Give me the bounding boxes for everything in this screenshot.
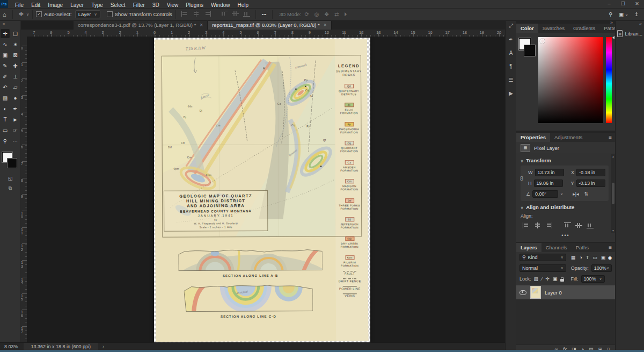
move-tool[interactable]: ✛ — [1, 29, 10, 38]
color-tab-swatches[interactable]: Swatches — [538, 24, 569, 33]
align-right-icon[interactable] — [543, 221, 554, 231]
crop-tool[interactable]: ▣ — [1, 51, 10, 60]
align-bottom-icon[interactable] — [241, 11, 252, 18]
document-tab-2[interactable]: reports11_maps.tif @ 8.03% (Layer 0, RGB… — [208, 20, 331, 30]
align-left-icon[interactable] — [179, 11, 191, 18]
paragraph-panel-icon[interactable]: ¶ — [509, 63, 512, 69]
slide-3d-icon[interactable]: ⇄ — [334, 11, 339, 18]
auto-select-dropdown[interactable]: Layer ∨ — [75, 10, 100, 18]
opacity-select[interactable]: 100% ∨ — [591, 264, 612, 272]
more-options-icon[interactable]: ••• — [259, 12, 269, 17]
auto-select-checkbox[interactable]: ✓ — [36, 11, 42, 17]
magic-wand-tool[interactable]: ∗ — [11, 40, 20, 49]
layer-row[interactable]: Layer 0 — [516, 285, 615, 299]
background-color-swatch[interactable] — [524, 45, 536, 56]
glyphs-panel-icon[interactable]: ☰ — [509, 77, 514, 83]
eraser-tool[interactable]: ▱ — [11, 83, 20, 92]
align-middle-icon[interactable] — [573, 221, 584, 231]
healing-brush-tool[interactable]: ✚ — [11, 61, 20, 70]
more-tools[interactable]: ⋯ — [11, 137, 20, 146]
share-icon[interactable]: ↥ — [634, 11, 639, 17]
layers-tab-layers[interactable]: Layers — [516, 243, 541, 252]
filter-pin-icon[interactable]: ⬤ — [608, 256, 612, 260]
lasso-tool[interactable]: ∿ — [1, 40, 10, 49]
shape-tool[interactable]: ▭ — [1, 126, 10, 135]
align-section-header[interactable]: ∨Align and Distribute — [516, 201, 615, 211]
canvas-area[interactable]: T.1S R.11W B€dcDjDjCmCdDtf€pm€pmCmCqPpCq… — [27, 37, 505, 342]
color-tab-gradients[interactable]: Gradients — [569, 24, 599, 33]
properties-tab-properties[interactable]: Properties — [516, 133, 550, 142]
layer-filter-box[interactable]: ⚲ Kind ∨ — [519, 254, 566, 261]
expand-libraries-icon[interactable]: « — [616, 20, 644, 27]
actions-panel-icon[interactable]: ▶ — [509, 90, 513, 96]
vertical-ruler[interactable]: 01234567891 01 11 21 31 41 51 61 7 — [20, 37, 27, 342]
tab-close-icon[interactable]: × — [324, 22, 327, 28]
lock-all-icon[interactable] — [560, 279, 564, 282]
align-center-horizontal-icon[interactable] — [191, 11, 202, 18]
fill-select[interactable]: 100% ∨ — [581, 275, 605, 283]
filter-shape-icon[interactable]: ▭ — [592, 255, 597, 260]
menu-window[interactable]: Window — [207, 2, 234, 8]
lock-move-icon[interactable]: ✛ — [546, 276, 550, 282]
chevron-down-icon[interactable]: ∨ — [560, 192, 563, 196]
menu-help[interactable]: Help — [234, 2, 253, 8]
properties-scrollbar[interactable]: ▲ ▼ — [611, 154, 615, 233]
align-center-horizontal-icon[interactable] — [532, 221, 543, 231]
toolbar-collapse-icon[interactable]: » — [0, 20, 20, 28]
clone-stamp-tool[interactable]: ⊥ — [11, 72, 20, 81]
filter-adjustment-icon[interactable]: ◑ — [579, 255, 582, 260]
layer-name[interactable]: Layer 0 — [545, 290, 562, 296]
menu-3d[interactable]: 3D — [149, 2, 163, 8]
align-middle-icon[interactable] — [230, 11, 241, 18]
drag-3d-icon[interactable]: ✥ — [325, 11, 329, 18]
scrollbar-thumb[interactable] — [612, 183, 614, 204]
dodge-tool[interactable]: ◐ — [1, 104, 10, 113]
lock-paint-icon[interactable]: ∕ — [541, 276, 543, 282]
document-view[interactable]: T.1S R.11W B€dcDjDjCmCdDtf€pm€pmCmCqPpCq… — [154, 38, 370, 342]
menu-layer[interactable]: Layer — [67, 2, 87, 8]
document-tab-1[interactable]: correspondence3-1.pdf @ 13.7% (Layer 1, … — [74, 20, 208, 30]
filter-type-icon[interactable]: T — [586, 255, 589, 260]
color-tab-color[interactable]: Color — [516, 24, 538, 33]
lock-transparent-icon[interactable]: ▨ — [534, 276, 539, 282]
brush-tool[interactable]: ✐ — [1, 72, 10, 81]
hand-tool[interactable]: ☞ — [11, 126, 20, 135]
horizontal-ruler[interactable]: 765432101234567891011121314151617181920 — [27, 30, 505, 37]
zoom-tool[interactable]: ⚲ — [1, 137, 10, 146]
align-bottom-icon[interactable] — [584, 221, 596, 231]
rotation-field[interactable]: 0.00° — [532, 190, 558, 198]
show-transform-checkbox[interactable] — [107, 11, 113, 17]
saturation-brightness-field[interactable] — [538, 37, 603, 123]
gradient-tool[interactable]: ▨ — [1, 94, 10, 103]
menu-edit[interactable]: Edit — [27, 2, 44, 8]
path-select-tool[interactable]: ► — [11, 115, 20, 124]
orbit-3d-icon[interactable]: ⟳ — [304, 11, 309, 18]
history-brush-tool[interactable]: ↶ — [1, 83, 10, 92]
tool-preset-chevron-icon[interactable]: ∨ — [26, 12, 29, 17]
align-top-icon[interactable] — [562, 221, 573, 231]
color-cursor[interactable] — [540, 39, 545, 44]
flip-vertical-icon[interactable]: ⇅ — [584, 191, 589, 197]
eyedropper-tool[interactable]: ✎ — [1, 61, 10, 70]
scale-panel-icon[interactable]: ⤢ — [509, 23, 513, 29]
camera-3d-icon[interactable]: ⏵ — [344, 11, 347, 18]
layers-tab-paths[interactable]: Paths — [572, 243, 593, 252]
home-icon[interactable]: ⌂ — [0, 11, 9, 18]
blur-tool[interactable]: ● — [11, 94, 20, 103]
workspace-icon[interactable]: ▣ ∨ — [619, 11, 628, 17]
close-button[interactable]: ✕ — [630, 0, 644, 8]
menu-image[interactable]: Image — [44, 2, 67, 8]
background-color-swatch[interactable] — [7, 158, 17, 168]
filter-smart-object-icon[interactable]: ▣ — [601, 255, 606, 260]
blend-mode-select[interactable]: Normal ∨ — [519, 264, 566, 272]
panel-menu-icon[interactable]: ≡ — [609, 245, 612, 250]
properties-tab-adjustments[interactable]: Adjustments — [550, 133, 587, 142]
roll-3d-icon[interactable]: ◎ — [314, 11, 319, 18]
scroll-up-icon[interactable]: ▲ — [612, 155, 614, 158]
menu-file[interactable]: File — [11, 2, 27, 8]
menu-plugins[interactable]: Plugins — [182, 2, 207, 8]
marquee-tool[interactable]: ▢ — [11, 29, 20, 38]
move-tool-icon[interactable]: ✛ — [16, 11, 26, 18]
screen-mode-icon[interactable]: ⧉ — [9, 185, 12, 191]
search-icon[interactable]: ⚲ — [609, 11, 612, 17]
